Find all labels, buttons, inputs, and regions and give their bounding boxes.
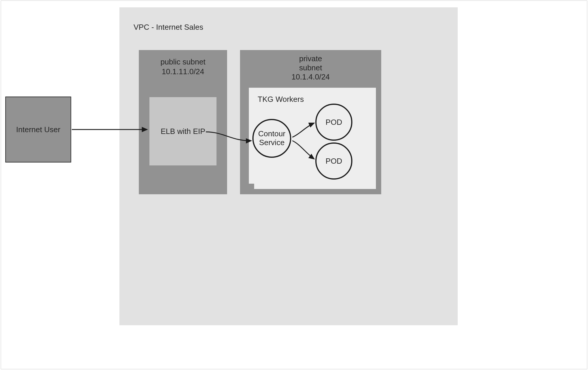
pod-node-2: POD (315, 142, 352, 180)
pod1-label: POD (326, 118, 342, 127)
private-subnet-cidr: 10.1.4.0/24 (240, 72, 381, 82)
contour-line2: Service (259, 138, 285, 147)
private-subnet-title1: private (240, 54, 381, 63)
internet-user-label: Internet User (16, 125, 60, 134)
elb-box: ELB with EIP (149, 97, 216, 165)
pod-node-1: POD (315, 104, 352, 141)
elb-label: ELB with EIP (161, 127, 205, 136)
contour-service-node: Contour Service (252, 119, 291, 158)
vpc-title: VPC - Internet Sales (134, 23, 203, 32)
architecture-diagram: Internet User VPC - Internet Sales publi… (0, 0, 588, 370)
contour-line1: Contour (258, 130, 286, 138)
public-subnet-title: public subnet (139, 57, 227, 67)
internet-user-box: Internet User (5, 97, 71, 162)
tkg-workers-title: TKG Workers (258, 95, 304, 104)
private-subnet-title2: subnet (240, 63, 381, 72)
public-subnet-cidr: 10.1.11.0/24 (139, 67, 227, 77)
pod2-label: POD (326, 157, 342, 166)
